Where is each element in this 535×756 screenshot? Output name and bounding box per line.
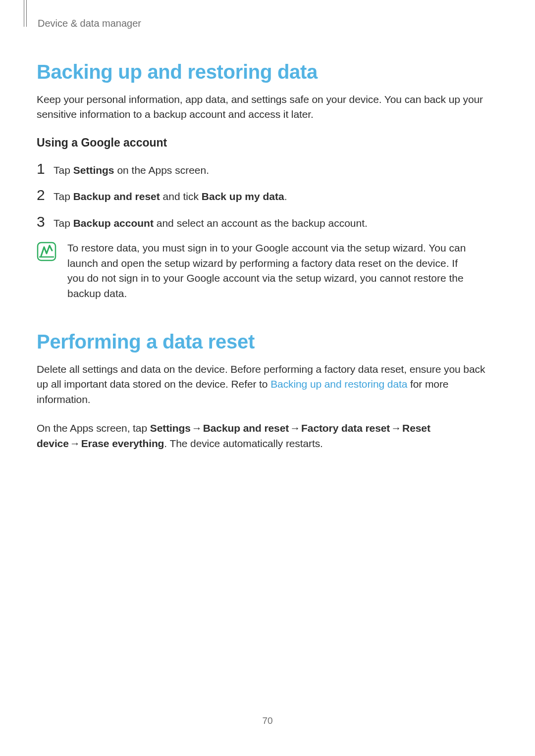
bold-text: Settings [150, 422, 191, 434]
arrow-icon: → [191, 422, 203, 434]
step-number: 2 [37, 188, 47, 202]
step-text: Tap Backup and reset and tick Back up my… [54, 189, 287, 204]
step-number: 3 [37, 214, 47, 229]
text: Tap [54, 191, 73, 202]
text: and tick [160, 191, 202, 202]
bold-text: Backup and reset [203, 422, 289, 434]
section-data-reset: Performing a data reset Delete all setti… [37, 331, 486, 451]
arrow-icon: → [289, 422, 301, 434]
note-block: To restore data, you must sign in to you… [37, 241, 486, 301]
bold-text: Backup and reset [73, 191, 160, 202]
text: Tap [54, 217, 73, 229]
section-title-backup: Backing up and restoring data [37, 61, 486, 83]
reset-paragraph-1: Delete all settings and data on the devi… [37, 362, 486, 407]
bold-text: Factory data reset [301, 422, 390, 434]
bold-text: Settings [73, 164, 114, 176]
header-tab-marks [24, 0, 27, 27]
text: . The device automatically restarts. [164, 438, 323, 449]
step-3: 3 Tap Backup account and select an accou… [37, 214, 486, 231]
note-icon [37, 242, 56, 261]
arrow-icon: → [69, 438, 81, 449]
page-number: 70 [0, 715, 535, 726]
bold-text: Back up my data [202, 191, 284, 202]
arrow-icon: → [390, 422, 402, 434]
text: On the Apps screen, tap [37, 422, 150, 434]
link-backup-restore[interactable]: Backing up and restoring data [270, 378, 407, 390]
page-content: Device & data manager Backing up and res… [0, 0, 535, 451]
text: and select an account as the backup acco… [154, 217, 368, 229]
step-2: 2 Tap Backup and reset and tick Back up … [37, 188, 486, 204]
text: Tap [54, 164, 73, 176]
bold-text: Backup account [73, 217, 154, 229]
section-title-reset: Performing a data reset [37, 331, 486, 353]
step-text: Tap Backup account and select an account… [54, 216, 368, 231]
step-number: 1 [37, 161, 47, 176]
step-text: Tap Settings on the Apps screen. [54, 163, 209, 178]
bold-text: Erase everything [81, 438, 164, 449]
text: . [284, 191, 287, 202]
intro-paragraph: Keep your personal information, app data… [37, 92, 486, 122]
reset-paragraph-2: On the Apps screen, tap Settings→Backup … [37, 421, 486, 451]
text: on the Apps screen. [114, 164, 209, 176]
step-1: 1 Tap Settings on the Apps screen. [37, 161, 486, 178]
note-text: To restore data, you must sign in to you… [67, 241, 486, 301]
subheading-google-account: Using a Google account [37, 136, 486, 150]
breadcrumb: Device & data manager [38, 18, 486, 29]
